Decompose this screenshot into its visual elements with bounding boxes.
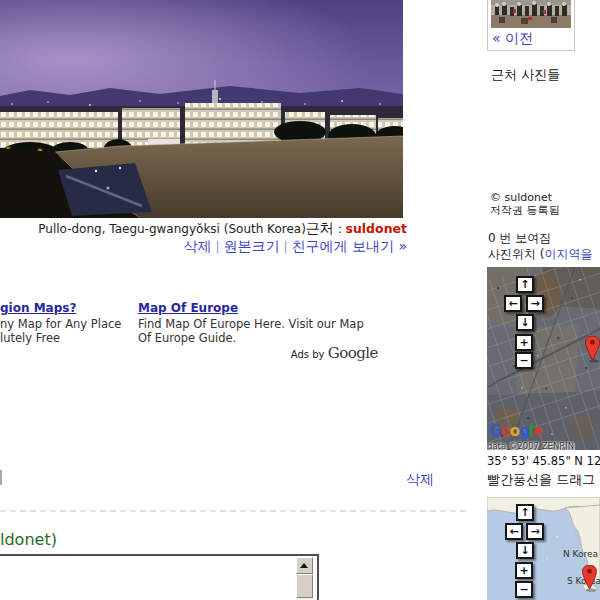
- zoom-in-icon: +: [519, 336, 528, 349]
- copyright-author: © suldonet: [490, 191, 560, 204]
- google-maps-logo: Google: [489, 424, 542, 439]
- ad-unit-1: gion Maps? ny Map for Any Place lutely F…: [0, 301, 128, 345]
- map2-pan-up-button[interactable]: ↑: [516, 504, 534, 521]
- map1-zoom-out-button[interactable]: −: [515, 352, 533, 369]
- previous-link[interactable]: « 이전: [492, 30, 533, 48]
- comment-author-fragment[interactable]: ldonet): [0, 530, 57, 549]
- pan-left-icon: ←: [509, 525, 518, 538]
- link-separator: |: [279, 240, 291, 254]
- zoom-out-icon: −: [519, 354, 528, 367]
- ad-unit-2: Map Of Europe Find Map Of Europe Here. V…: [138, 301, 383, 345]
- caption-colon: :: [334, 222, 346, 236]
- pan-down-icon: ↓: [520, 544, 529, 557]
- pan-left-icon: ←: [508, 297, 517, 310]
- map1-marker-icon[interactable]: [585, 336, 600, 363]
- caption-location: Pullo-dong, Taegu-gwangyŏksi (South Kore…: [38, 222, 306, 236]
- google-letter: e: [533, 422, 542, 440]
- view-count: 0 번 보여짐: [488, 230, 551, 247]
- google-letter: g: [519, 422, 529, 440]
- previous-photo-thumbnail[interactable]: [491, 0, 571, 28]
- map2-zoom-in-button[interactable]: +: [515, 562, 533, 579]
- ads-by-google[interactable]: Ads by Google: [0, 343, 378, 362]
- ad2-line1: Find Map Of Europe Here. Visit our Map: [138, 318, 383, 332]
- coordinates-text: 35° 53' 45.85" N 128: [487, 454, 600, 468]
- ad2-title-link[interactable]: Map Of Europe: [138, 301, 383, 315]
- dashed-divider: [0, 510, 466, 512]
- map-attribution: data ©2007 ZENRIN: [487, 441, 600, 450]
- ad1-title-link[interactable]: gion Maps?: [0, 301, 128, 315]
- map1-pan-down-button[interactable]: ↓: [516, 314, 534, 331]
- google-letter: o: [510, 422, 519, 440]
- zoom-out-icon: −: [519, 583, 528, 596]
- previous-photo-card: « 이전: [487, 0, 575, 51]
- map1-pan-left-button[interactable]: ←: [504, 295, 522, 312]
- ad1-body: ny Map for Any Place lutely Free: [0, 318, 128, 345]
- drag-marker-hint: 빨간풍선을 드래그: [487, 471, 595, 489]
- pan-right-icon: →: [530, 297, 539, 310]
- copyright-registered: 저작권 등록됨: [490, 204, 560, 217]
- map1-pan-right-button[interactable]: →: [526, 295, 544, 312]
- pan-up-icon: ↑: [520, 506, 529, 519]
- zoom-in-icon: +: [519, 564, 528, 577]
- pan-up-icon: ↑: [520, 278, 529, 291]
- google-ads-logo: Google: [328, 344, 378, 362]
- main-photo: [0, 0, 403, 218]
- google-letter: o: [500, 422, 509, 440]
- comment-textarea[interactable]: [0, 554, 319, 600]
- location-region-link[interactable]: 이지역을: [545, 247, 593, 261]
- scroll-up-button[interactable]: [296, 557, 313, 574]
- comment-delete-link[interactable]: 삭제: [406, 471, 434, 487]
- overview-map[interactable]: ↑ ← → ↓ + − N Korea S Korea: [487, 497, 600, 600]
- map2-marker-icon[interactable]: [582, 565, 597, 592]
- send-to-friend-link[interactable]: 친구에게 보내기 »: [292, 238, 407, 254]
- caption-author-link[interactable]: suldonet: [345, 221, 407, 236]
- pan-right-icon: →: [530, 525, 539, 538]
- location-prefix: 사진위치 (: [488, 247, 545, 261]
- map1-zoom-in-button[interactable]: +: [515, 334, 533, 351]
- map2-pan-left-button[interactable]: ←: [505, 523, 523, 540]
- textarea-scrollbar[interactable]: [296, 557, 313, 600]
- link-separator: |: [211, 240, 223, 254]
- north-korea-label: N Korea: [563, 549, 598, 559]
- pan-down-icon: ↓: [520, 316, 529, 329]
- photo-location-line: 사진위치 (이지역을: [488, 246, 600, 263]
- original-size-link[interactable]: 원본크기: [223, 238, 279, 254]
- delete-link[interactable]: 삭제: [183, 238, 211, 254]
- night-cityscape-photo: [0, 0, 403, 218]
- ads-by-label: Ads by: [291, 349, 328, 360]
- map2-zoom-out-button[interactable]: −: [515, 581, 533, 598]
- comment-delete-row: 삭제: [0, 471, 434, 489]
- ad1-line1: ny Map for Any Place: [0, 318, 128, 332]
- map1-pan-up-button[interactable]: ↑: [516, 276, 534, 293]
- ad2-body: Find Map Of Europe Here. Visit our Map O…: [138, 318, 383, 345]
- scroll-up-icon: [300, 563, 308, 568]
- caption-near: 근처: [306, 220, 334, 236]
- nearby-photos-title: 근처 사진들: [491, 66, 560, 84]
- scrollbar-thumb[interactable]: [296, 574, 313, 598]
- photo-caption: Pullo-dong, Taegu-gwangyŏksi (South Kore…: [0, 220, 407, 238]
- map2-pan-down-button[interactable]: ↓: [516, 542, 534, 559]
- satellite-map[interactable]: ↑ ← → ↓ + − Google data ©2007 ZENRIN: [487, 267, 600, 450]
- copyright-block: © suldonet 저작권 등록됨: [490, 191, 560, 217]
- google-letter: G: [489, 422, 500, 440]
- map2-pan-right-button[interactable]: →: [526, 523, 544, 540]
- photo-action-links: 삭제|원본크기|친구에게 보내기 »: [0, 238, 407, 256]
- crowd-thumbnail-image: [491, 0, 571, 28]
